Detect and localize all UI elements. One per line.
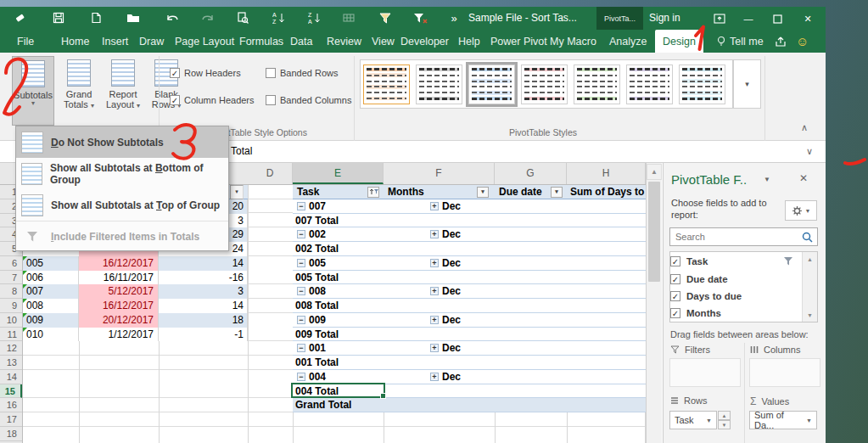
task-cell[interactable]: 008 bbox=[23, 299, 79, 313]
menu-item-subtotals-bottom[interactable]: Show all Subtotals at Bottom of Group bbox=[16, 158, 228, 189]
tab-power-pivot[interactable]: Power Pivot bbox=[489, 30, 549, 53]
share-icon[interactable] bbox=[772, 30, 788, 53]
expand-box-icon[interactable]: + bbox=[430, 259, 439, 267]
task-cell[interactable]: 010 bbox=[23, 328, 79, 342]
save-icon[interactable] bbox=[49, 9, 68, 26]
filter-icon[interactable] bbox=[376, 9, 395, 26]
task-cell[interactable]: 009 bbox=[23, 313, 79, 328]
filter-dropdown-icon[interactable]: ▾ bbox=[477, 187, 489, 198]
scroll-down-icon[interactable]: ▼ bbox=[803, 308, 817, 322]
active-cell-selection[interactable] bbox=[291, 383, 385, 398]
pivot-task-cell[interactable]: 004 bbox=[309, 370, 326, 384]
pivot-style-thumbnail-grey[interactable] bbox=[416, 64, 462, 104]
pivot-total-row[interactable]: 002 Total bbox=[293, 242, 646, 256]
tab-review[interactable]: Review bbox=[325, 30, 363, 53]
blank-rows-button[interactable]: BlankRows ▾ bbox=[146, 56, 187, 126]
search-input[interactable]: Search bbox=[669, 227, 818, 246]
field-item-days-to-due[interactable]: ✓Days to due bbox=[670, 288, 742, 305]
scrollbar-thumb[interactable] bbox=[648, 182, 660, 282]
sort-ascending-icon[interactable]: AZ bbox=[270, 9, 288, 26]
pivot-total-row[interactable]: 009 Total bbox=[293, 328, 646, 342]
scroll-up-icon[interactable]: ▲ bbox=[803, 252, 817, 266]
tab-draw[interactable]: Draw bbox=[137, 30, 165, 53]
column-headers-checkbox[interactable]: ✓ Column Headers bbox=[170, 95, 255, 105]
column-header-e[interactable]: E bbox=[293, 163, 384, 184]
row-number[interactable]: 13 bbox=[0, 356, 22, 370]
expand-box-icon[interactable]: + bbox=[430, 287, 439, 295]
pivot-task-cell[interactable]: 009 bbox=[309, 313, 326, 327]
tab-formulas[interactable]: Formulas bbox=[238, 30, 285, 53]
pivot-month-cell[interactable]: Dec bbox=[442, 256, 461, 270]
secondary-window-tab[interactable]: PivotTa... bbox=[596, 7, 643, 30]
tab-analyze[interactable]: Analyze bbox=[608, 30, 648, 53]
redo-icon[interactable] bbox=[198, 9, 216, 26]
days-cell[interactable]: 18 bbox=[159, 313, 248, 328]
open-folder-icon[interactable] bbox=[124, 9, 143, 26]
new-document-icon[interactable] bbox=[87, 9, 105, 26]
pivot-month-cell[interactable]: Dec bbox=[442, 341, 461, 355]
checkbox-checked-icon[interactable]: ✓ bbox=[670, 256, 680, 266]
row-number[interactable]: 6 bbox=[0, 256, 22, 271]
values-field-chip[interactable]: Sum of Da...▼ bbox=[749, 411, 817, 429]
pivot-style-thumbnail-blue-selected[interactable] bbox=[468, 64, 515, 104]
pivot-style-thumbnail-rose[interactable] bbox=[521, 64, 568, 104]
pivot-item-row[interactable]: −007+Dec bbox=[293, 199, 646, 214]
field-order-spinner[interactable]: ▲▼ bbox=[718, 411, 731, 429]
tab-developer[interactable]: Developer bbox=[399, 30, 451, 53]
pivot-style-thumbnail-tan[interactable] bbox=[363, 64, 410, 104]
filters-dropzone[interactable] bbox=[669, 358, 741, 387]
row-number[interactable]: 11 bbox=[0, 328, 22, 342]
banded-columns-checkbox[interactable]: Banded Columns bbox=[266, 95, 351, 105]
pivot-header-due-date[interactable]: Due date ▾ bbox=[495, 185, 567, 199]
tab-home[interactable]: Home bbox=[59, 30, 91, 53]
due-date-cell[interactable]: 1/12/2017 bbox=[79, 328, 159, 342]
delete-rows-icon[interactable] bbox=[339, 9, 358, 26]
days-cell[interactable]: 14 bbox=[159, 299, 248, 313]
row-number[interactable]: 16 bbox=[0, 398, 22, 412]
due-date-cell[interactable]: 5/12/2017 bbox=[79, 284, 159, 299]
pivot-total-row[interactable]: 005 Total bbox=[293, 271, 646, 285]
pivot-style-thumbnail-purple[interactable] bbox=[626, 64, 673, 104]
sort-filter-icon[interactable] bbox=[367, 187, 379, 198]
gallery-more-button[interactable]: ▾ bbox=[733, 59, 761, 109]
field-item-due-date[interactable]: ✓Due date bbox=[670, 271, 728, 288]
tab-data[interactable]: Data bbox=[288, 30, 314, 53]
sign-in-link[interactable]: Sign in bbox=[649, 12, 680, 24]
row-number[interactable]: 7 bbox=[0, 271, 22, 285]
pivot-total-cell[interactable]: 008 Total bbox=[295, 299, 339, 312]
sort-descending-icon[interactable]: ZA bbox=[305, 9, 324, 26]
collapse-box-icon[interactable]: − bbox=[297, 344, 305, 352]
columns-dropzone[interactable] bbox=[749, 358, 820, 387]
expand-box-icon[interactable]: + bbox=[430, 202, 439, 210]
pivot-total-row[interactable]: 001 Total bbox=[293, 356, 646, 370]
column-header-g[interactable]: G bbox=[495, 163, 567, 184]
pivot-total-cell[interactable]: 005 Total bbox=[295, 271, 339, 284]
pivot-header-task[interactable]: Task bbox=[293, 185, 384, 199]
pivot-item-row[interactable]: −005+Dec bbox=[293, 256, 646, 271]
collapse-box-icon[interactable]: − bbox=[297, 316, 305, 324]
report-layout-button[interactable]: ReportLayout ▾ bbox=[102, 56, 144, 126]
tab-my-macro[interactable]: My Macro bbox=[548, 30, 598, 53]
task-cell[interactable]: 007 bbox=[23, 284, 79, 299]
pivot-item-row[interactable]: −008+Dec bbox=[293, 284, 646, 299]
scroll-up-icon[interactable]: ▲ bbox=[647, 164, 662, 180]
collapse-box-icon[interactable]: − bbox=[297, 259, 305, 267]
task-cell[interactable]: 005 bbox=[23, 256, 79, 271]
minimize-button[interactable]: — bbox=[737, 10, 759, 27]
row-headers-checkbox[interactable]: ✓ Row Headers bbox=[170, 68, 241, 78]
collapse-ribbon-icon[interactable]: ∧ bbox=[801, 122, 808, 133]
pivot-style-thumbnail-green[interactable] bbox=[574, 64, 620, 104]
expand-box-icon[interactable]: + bbox=[430, 316, 439, 324]
tab-design[interactable]: Design bbox=[655, 30, 703, 53]
due-date-cell[interactable]: 16/12/2017 bbox=[79, 256, 159, 271]
due-date-cell[interactable]: 16/12/2017 bbox=[79, 299, 159, 313]
rows-field-chip[interactable]: Task▼ bbox=[669, 411, 717, 429]
pivot-style-thumbnail-aqua[interactable] bbox=[679, 64, 725, 104]
due-date-cell[interactable]: 20/12/2017 bbox=[79, 313, 159, 328]
pane-options-dropdown-icon[interactable]: ▼ bbox=[764, 176, 770, 183]
tab-view[interactable]: View bbox=[370, 30, 396, 53]
collapse-box-icon[interactable]: − bbox=[297, 287, 305, 295]
pane-close-icon[interactable]: ✕ bbox=[799, 172, 808, 184]
row-number[interactable]: 18 bbox=[0, 427, 22, 441]
row-number[interactable]: 8 bbox=[0, 284, 22, 299]
